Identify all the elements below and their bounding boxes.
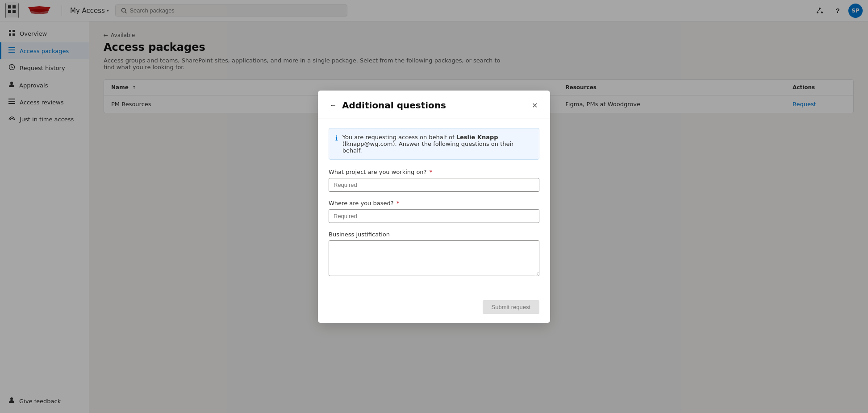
question3-group: Business justification	[329, 231, 539, 278]
question3-label: Business justification	[329, 231, 539, 238]
submit-request-button[interactable]: Submit request	[483, 300, 539, 314]
info-icon: ℹ	[335, 134, 338, 154]
modal-close-button[interactable]: ✕	[530, 99, 539, 112]
question3-textarea[interactable]	[329, 240, 539, 276]
info-prefix: You are requesting access on behalf of	[342, 134, 456, 140]
back-icon: ←	[330, 101, 337, 109]
info-person-name: Leslie Knapp	[456, 134, 498, 140]
info-email: (lknapp@wg.com)	[342, 140, 395, 147]
modal-back-button[interactable]: ←	[329, 100, 338, 110]
question2-required-mark: *	[396, 200, 400, 206]
modal-header: ← Additional questions ✕	[318, 91, 550, 119]
question2-input[interactable]	[329, 209, 539, 223]
modal-body: ℹ You are requesting access on behalf of…	[318, 119, 550, 295]
info-text: You are requesting access on behalf of L…	[342, 134, 533, 154]
question1-group: What project are you working on? *	[329, 169, 539, 192]
modal-title: Additional questions	[342, 100, 526, 111]
modal-overlay[interactable]: ← Additional questions ✕ ℹ You are reque…	[0, 0, 868, 413]
question1-label: What project are you working on? *	[329, 169, 539, 175]
question1-input[interactable]	[329, 178, 539, 192]
modal-footer: Submit request	[318, 295, 550, 323]
question1-required-mark: *	[430, 169, 433, 175]
close-icon: ✕	[532, 101, 538, 110]
additional-questions-modal: ← Additional questions ✕ ℹ You are reque…	[318, 91, 550, 323]
info-banner: ℹ You are requesting access on behalf of…	[329, 128, 539, 160]
question2-label: Where are you based? *	[329, 200, 539, 206]
question2-group: Where are you based? *	[329, 200, 539, 223]
